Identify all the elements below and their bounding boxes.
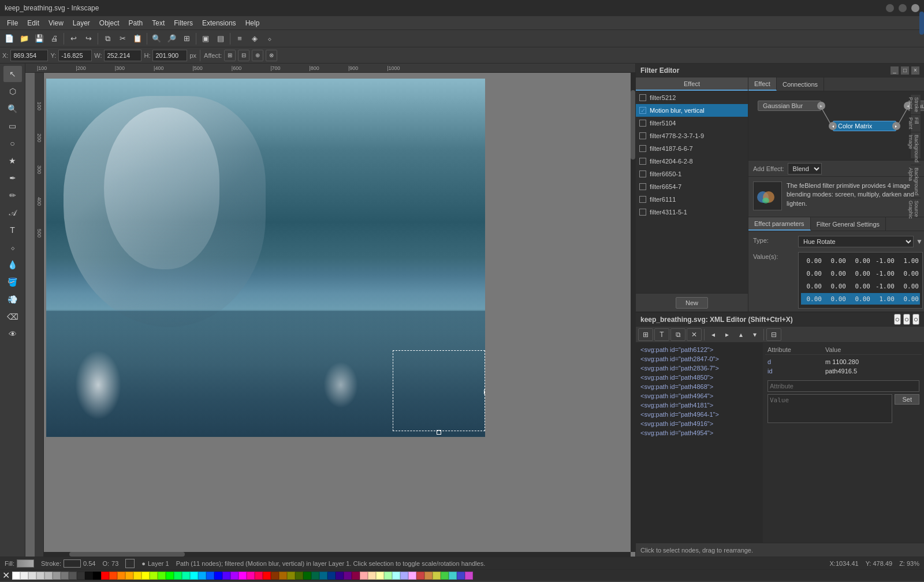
color-swatch-39[interactable] bbox=[327, 572, 336, 580]
filter-item-1[interactable]: ✓Motion blur, vertical bbox=[636, 104, 748, 117]
color-swatch-44[interactable] bbox=[368, 572, 376, 580]
color-swatch-18[interactable] bbox=[158, 572, 166, 580]
color-swatch-10[interactable] bbox=[93, 572, 101, 580]
pencil-tool[interactable]: ✏ bbox=[3, 187, 22, 203]
connector3[interactable]: ▸ bbox=[892, 122, 900, 130]
set-button[interactable]: Set bbox=[895, 394, 919, 405]
color-swatch-6[interactable] bbox=[61, 572, 69, 580]
menu-filters[interactable]: Filters bbox=[169, 18, 198, 28]
color-swatch-8[interactable] bbox=[77, 572, 85, 580]
xml-tree-item-9[interactable]: <svg:path id="path4954"> bbox=[638, 428, 760, 438]
color-swatch-45[interactable] bbox=[376, 572, 384, 580]
xml-indent[interactable]: ⊟ bbox=[766, 328, 781, 341]
color-swatch-48[interactable] bbox=[400, 572, 408, 580]
color-swatch-30[interactable] bbox=[255, 572, 263, 580]
color-swatch-21[interactable] bbox=[182, 572, 190, 580]
selection-handle-s[interactable] bbox=[437, 430, 441, 435]
canvas-background[interactable]: 100 200 300 400 500 bbox=[35, 73, 635, 557]
color-swatch-26[interactable] bbox=[222, 572, 230, 580]
color-swatch-35[interactable] bbox=[295, 572, 303, 580]
color-swatch-41[interactable] bbox=[344, 572, 352, 580]
color-swatch-0[interactable] bbox=[12, 572, 20, 580]
color-swatch-25[interactable] bbox=[214, 572, 222, 580]
add-effect-select[interactable]: Blend bbox=[788, 163, 822, 175]
filter-item-3[interactable]: filter4778-2-3-7-1-9 bbox=[636, 129, 748, 142]
select-tool[interactable]: ↖ bbox=[3, 66, 22, 82]
window-controls[interactable] bbox=[886, 4, 919, 12]
star-tool[interactable]: ★ bbox=[3, 153, 22, 169]
color-swatch-50[interactable] bbox=[416, 572, 424, 580]
xml-new-text[interactable]: T bbox=[654, 328, 669, 341]
v-scrollbar[interactable] bbox=[631, 73, 635, 552]
color-swatch-24[interactable] bbox=[206, 572, 214, 580]
color-swatch-51[interactable] bbox=[424, 572, 433, 580]
node-btn[interactable]: ◈ bbox=[248, 32, 262, 46]
color-swatch-34[interactable] bbox=[287, 572, 295, 580]
color-swatch-17[interactable] bbox=[150, 572, 158, 580]
color-swatch-13[interactable] bbox=[117, 572, 125, 580]
paint-bucket-tool[interactable]: 🪣 bbox=[3, 274, 22, 290]
color-swatch-22[interactable] bbox=[190, 572, 198, 580]
zoom-tool[interactable]: 🔍 bbox=[3, 101, 22, 117]
color-swatch-16[interactable] bbox=[141, 572, 150, 580]
filter-item-4[interactable]: filter4187-6-6-7 bbox=[636, 142, 748, 155]
menu-object[interactable]: Object bbox=[95, 18, 124, 28]
new-btn[interactable]: 📄 bbox=[2, 32, 16, 46]
side-tab-fill[interactable]: Fill Paint bbox=[911, 115, 921, 132]
color-swatch-14[interactable] bbox=[125, 572, 133, 580]
filter-checkbox-8[interactable] bbox=[639, 196, 646, 203]
canvas-area[interactable]: |100|200|300|400|500|600|700|800|900|100… bbox=[25, 64, 635, 557]
calligraphy-tool[interactable]: 𝒜 bbox=[3, 205, 22, 221]
color-swatch-15[interactable] bbox=[133, 572, 141, 580]
xml-tree-item-4[interactable]: <svg:path id="path4868"> bbox=[638, 382, 760, 391]
color-swatch-9[interactable] bbox=[85, 572, 93, 580]
xml-tree-item-1[interactable]: <svg:path id="path2847-0"> bbox=[638, 354, 760, 364]
color-swatch-47[interactable] bbox=[392, 572, 400, 580]
matrix-row-0[interactable]: 0.000.000.00-1.001.00 bbox=[801, 255, 920, 266]
canvas-image[interactable] bbox=[46, 79, 485, 437]
filter-checkbox-6[interactable] bbox=[639, 170, 646, 177]
fe-btn1[interactable]: _ bbox=[891, 66, 899, 75]
color-swatch-5[interactable] bbox=[53, 572, 61, 580]
matrix-row-2[interactable]: 0.000.000.00-1.000.00 bbox=[801, 280, 920, 292]
menu-edit[interactable]: Edit bbox=[23, 18, 44, 28]
color-swatch-4[interactable] bbox=[44, 572, 53, 580]
filter-item-2[interactable]: filter5104 bbox=[636, 117, 748, 129]
menu-file[interactable]: File bbox=[2, 18, 23, 28]
filter-general-tab[interactable]: Filter General Settings bbox=[811, 217, 886, 231]
xml-attr-row-0[interactable]: dm 1100.280 bbox=[765, 357, 922, 366]
open-btn[interactable]: 📁 bbox=[17, 32, 31, 46]
color-swatch-53[interactable] bbox=[441, 572, 449, 580]
xml-tree-item-6[interactable]: <svg:path id="path4181"> bbox=[638, 401, 760, 410]
color-swatch-12[interactable] bbox=[109, 572, 117, 580]
dropper-tool[interactable]: 💧 bbox=[3, 257, 22, 273]
color-swatch-33[interactable] bbox=[279, 572, 287, 580]
connector2[interactable]: ◂ bbox=[829, 122, 837, 130]
xml-tree-item-3[interactable]: <svg:path id="path4850"> bbox=[638, 373, 760, 382]
matrix-grid[interactable]: 0.000.000.00-1.001.000.000.000.00-1.000.… bbox=[798, 252, 923, 309]
pen-tool[interactable]: ✒ bbox=[3, 170, 22, 186]
v-scrollbar-thumb[interactable] bbox=[631, 90, 635, 160]
xml-nav-next[interactable]: ▸ bbox=[721, 328, 733, 341]
y-input[interactable] bbox=[58, 50, 92, 61]
side-tab-stroke[interactable]: Stroke Paint bbox=[911, 95, 921, 115]
h-input[interactable] bbox=[152, 50, 187, 61]
color-swatch-27[interactable] bbox=[230, 572, 239, 580]
color-swatch-11[interactable] bbox=[101, 572, 109, 580]
selection-handle-se[interactable] bbox=[484, 390, 485, 394]
xml-tree-item-2[interactable]: <svg:path id="path2836-7"> bbox=[638, 364, 760, 373]
zoom-out-btn[interactable]: 🔎 bbox=[165, 32, 178, 46]
color-swatch-54[interactable] bbox=[449, 572, 457, 580]
filter-checkbox-0[interactable] bbox=[639, 94, 646, 101]
color-swatch-32[interactable] bbox=[271, 572, 279, 580]
color-swatch-7[interactable] bbox=[69, 572, 77, 580]
view-tool[interactable]: 👁 bbox=[3, 326, 22, 342]
filter-checkbox-3[interactable] bbox=[639, 132, 646, 139]
maximize-btn[interactable] bbox=[899, 4, 907, 12]
menu-path[interactable]: Path bbox=[124, 18, 148, 28]
color-swatch-46[interactable] bbox=[384, 572, 392, 580]
xml-nav-prev[interactable]: ◂ bbox=[707, 328, 720, 341]
color-swatch-37[interactable] bbox=[311, 572, 319, 580]
group-btn[interactable]: ▣ bbox=[199, 32, 213, 46]
color-swatch-3[interactable] bbox=[36, 572, 44, 580]
